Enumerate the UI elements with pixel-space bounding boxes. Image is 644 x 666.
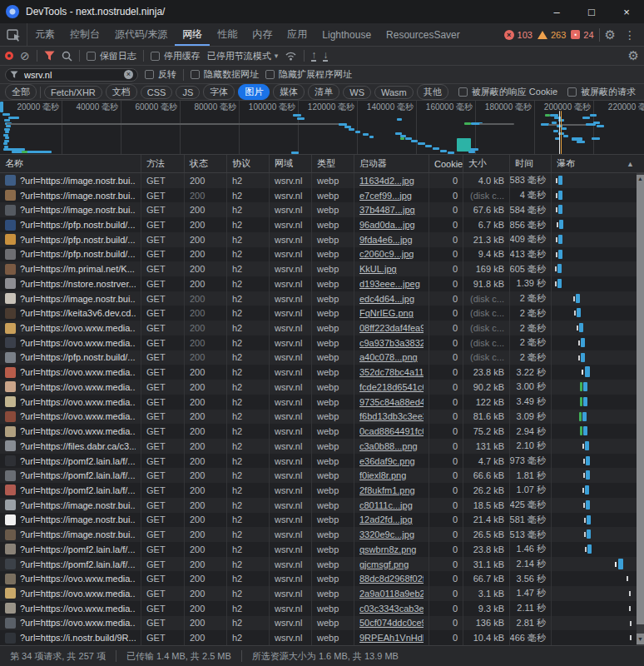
column-header-1[interactable]: 名称 [0, 155, 141, 172]
network-settings-gear-icon[interactable]: ⚙ [628, 48, 639, 63]
table-row[interactable]: ?url=https://pomf2.lain.la/f/...GET200h2… [0, 557, 644, 572]
table-row[interactable]: ?url=https://image.nostr.bui...GET200h2w… [0, 202, 644, 217]
console-errors-badge[interactable]: × 103 [504, 30, 533, 40]
table-row[interactable]: ?url=https://pomf2.lain.la/f/...GET200h2… [0, 542, 644, 557]
table-row[interactable]: ?url=https://pfp.nostr.build/...GET200h2… [0, 350, 644, 365]
initiator-link[interactable]: d193eee...jpeg [359, 279, 420, 289]
table-row[interactable]: ?url=https://ovo.wxw.media...GET200h2wsr… [0, 586, 644, 601]
initiator-link[interactable]: KkUL.jpg [359, 264, 397, 274]
table-row[interactable]: ?url=https://ovo.wxw.media...GET200h2wsr… [0, 380, 644, 395]
column-header-9[interactable]: 大小 [463, 155, 510, 172]
column-header-4[interactable]: 协议 [227, 155, 270, 172]
import-har-icon[interactable]: ↑ [311, 51, 316, 62]
blocked-filter-checkbox-1[interactable]: 被屏蔽的响应 Cookie [458, 86, 557, 98]
table-row[interactable]: ?url=https://image.nostr.bui...GET200h2w… [0, 188, 644, 203]
tab-2[interactable]: 控制台 [62, 23, 107, 46]
clear-filter-icon[interactable]: × [124, 70, 133, 79]
blocked-filter-checkbox-2[interactable]: 被屏蔽的请求 [567, 86, 636, 98]
console-warnings-badge[interactable]: 263 [537, 30, 566, 40]
initiator-link[interactable]: 96ad0da...jpg [359, 220, 415, 230]
inspect-element-icon[interactable] [7, 28, 22, 42]
initiator-link[interactable]: f0iexl8r.png [359, 470, 406, 480]
table-row[interactable]: ?url=https://pomf2.lain.la/f/...GET200h2… [0, 468, 644, 483]
filter-chip-11[interactable]: Wasm [374, 86, 414, 99]
filter-chip-1[interactable]: 全部 [5, 84, 37, 100]
initiator-link[interactable]: c80111c...jpg [359, 500, 413, 510]
initiator-link[interactable]: f6bd13db3c3ee3 [359, 411, 424, 421]
search-icon[interactable] [62, 51, 72, 62]
table-row[interactable]: ?url=https://files.dabr.ca/c3...GET200h2… [0, 439, 644, 454]
kebab-menu-icon[interactable]: ⋮ [621, 28, 639, 42]
network-conditions-icon[interactable] [285, 51, 297, 61]
filter-chip-7[interactable]: 图片 [238, 84, 270, 100]
filter-chip-2[interactable]: Fetch/XHR [44, 86, 102, 99]
record-network-log-icon[interactable] [5, 52, 13, 60]
initiator-link[interactable]: c3a0b88...png [359, 441, 418, 451]
filter-chip-5[interactable]: JS [176, 86, 200, 99]
initiator-link[interactable]: e7cef99...jpg [359, 191, 412, 201]
initiator-link[interactable]: 08ff223daf4fea9 [359, 323, 424, 333]
column-header-6[interactable]: 类型 [312, 155, 354, 172]
tab-1[interactable]: 元素 [27, 23, 62, 46]
initiator-link[interactable]: c9a937b3a3832c [359, 338, 424, 348]
column-header-7[interactable]: 启动器 [354, 155, 429, 172]
table-row[interactable]: ?url=https://pomf2.lain.la/f/...GET200h2… [0, 483, 644, 498]
scrollbar-thumb[interactable] [637, 175, 644, 624]
scrollbar-up-icon[interactable]: ▲ [637, 176, 644, 181]
vertical-scrollbar[interactable]: ▲ ▼ [637, 173, 644, 645]
table-row[interactable]: ?url=https://ovo.wxw.media...GET200h2wsr… [0, 321, 644, 335]
table-row[interactable]: ?url=https://ovo.wxw.media...GET200h2wsr… [0, 601, 644, 616]
table-row[interactable]: ?url=https://ovo.wxw.media...GET200h2wsr… [0, 335, 644, 350]
initiator-link[interactable]: a40c078...png [359, 352, 418, 362]
tab-7[interactable]: 应用 [280, 23, 315, 46]
initiator-link[interactable]: 50cf074ddc0ce9 [359, 618, 424, 628]
table-row[interactable]: ?url=https://pfp.nostr.build/...GET200h2… [0, 217, 644, 232]
throttling-dropdown[interactable]: 已停用节流模式 ▾ [207, 50, 279, 62]
initiator-link[interactable]: 12ad2fd...jpg [359, 514, 413, 524]
initiator-link[interactable]: 2f8ukfm1.png [359, 485, 415, 495]
table-row[interactable]: ?url=https://pomf2.lain.la/f/...GET200h2… [0, 454, 644, 469]
filter-input[interactable] [22, 69, 120, 81]
table-row[interactable]: ?url=https://ovo.wxw.media...GET200h2wsr… [0, 616, 644, 631]
initiator-link[interactable]: 9735c84a88ed48 [359, 397, 424, 407]
issues-badge[interactable]: ▪ 24 [571, 30, 593, 40]
disable-cache-checkbox[interactable]: 停用缓存 [151, 50, 201, 62]
filter-chip-6[interactable]: 字体 [203, 84, 235, 100]
initiator-link[interactable]: edc4d64...jpg [359, 294, 414, 304]
initiator-link[interactable]: fcde218d6541c6 [359, 382, 424, 392]
tab-3[interactable]: 源代码/来源 [107, 23, 175, 46]
clear-network-log-icon[interactable]: ⊘ [20, 50, 30, 62]
table-row[interactable]: ?url=https://image.nostr.bui...GET200h2w… [0, 173, 644, 188]
filter-chip-9[interactable]: 清单 [308, 84, 339, 100]
table-row[interactable]: ?url=https://ovo.wxw.media...GET200h2wsr… [0, 571, 644, 586]
initiator-link[interactable]: 37b4487...jpg [359, 205, 415, 215]
filter-chip-4[interactable]: CSS [141, 86, 173, 99]
table-row[interactable]: ?url=https://i.nostr.build/9R...GET200h2… [0, 630, 644, 645]
invert-checkbox[interactable]: 反转 [145, 68, 176, 81]
column-header-2[interactable]: 方法 [141, 155, 185, 172]
table-row[interactable]: ?url=https://pfp.nostr.build/...GET200h2… [0, 232, 644, 247]
preserve-log-checkbox[interactable]: 保留日志 [87, 50, 136, 62]
initiator-link[interactable]: 3320e9c...jpg [359, 529, 414, 539]
table-row[interactable]: ?url=https://image.nostr.bui...GET200h2w… [0, 527, 644, 542]
filter-chip-12[interactable]: 其他 [417, 84, 448, 100]
tab-6[interactable]: 内存 [245, 23, 280, 46]
initiator-link[interactable]: 0cad8864491fc0 [359, 426, 424, 436]
maximize-button[interactable]: □ [574, 0, 609, 23]
tab-8[interactable]: Lighthouse [315, 23, 379, 46]
table-row[interactable]: ?url=https://image.nostr.bui...GET200h2w… [0, 291, 644, 306]
tab-9[interactable]: ResourcesSaver [379, 23, 468, 46]
export-har-icon[interactable]: ↓ [323, 51, 328, 62]
settings-gear-icon[interactable]: ⚙ [605, 27, 616, 42]
filter-box[interactable]: × [5, 68, 138, 82]
minimize-button[interactable]: – [539, 0, 574, 23]
column-header-8[interactable]: Cookie [429, 155, 463, 172]
initiator-link[interactable]: c2060c9...jpg [359, 249, 414, 259]
table-row[interactable]: ?url=https://pfp.nostr.build/...GET200h2… [0, 247, 644, 262]
filter-chip-10[interactable]: WS [343, 86, 371, 99]
table-row[interactable]: ?url=https://image.nostr.bui...GET200h2w… [0, 498, 644, 513]
initiator-link[interactable]: gjcmsgf.png [359, 559, 409, 569]
initiator-link[interactable]: 352dc78bc4a11e [359, 367, 424, 377]
table-row[interactable]: ?url=https://nstore.nostrver...GET200h2w… [0, 276, 644, 291]
close-button[interactable]: × [609, 0, 644, 23]
